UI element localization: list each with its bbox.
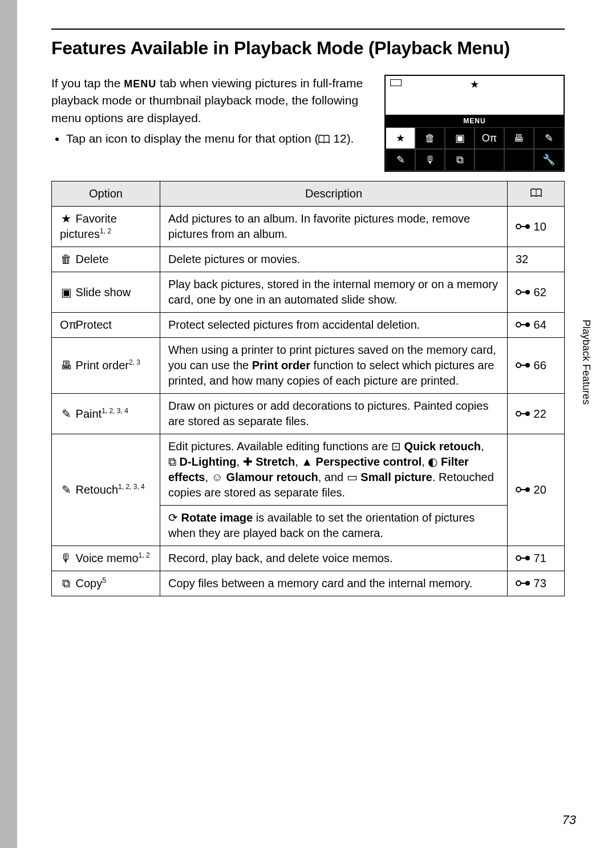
intro-part-1: If you tap the — [51, 76, 124, 90]
intro-text: If you tap the MENU tab when viewing pic… — [51, 75, 373, 172]
print-order-icon: 🖶 — [504, 127, 534, 149]
settings-icon: 🔧 — [534, 149, 564, 171]
svg-point-2 — [516, 224, 521, 229]
retouch-fn-icon: ⊡ — [391, 440, 401, 453]
svg-point-21 — [525, 556, 530, 560]
svg-point-14 — [516, 411, 521, 416]
option-cell: ▣ Slide show — [52, 272, 160, 313]
svg-point-8 — [516, 322, 521, 327]
svg-point-3 — [525, 224, 530, 229]
book-icon — [318, 131, 330, 148]
reference-link-icon — [516, 553, 530, 564]
reference-cell: 22 — [508, 394, 565, 434]
protect-icon: Oπ — [475, 127, 504, 149]
svg-point-9 — [525, 322, 530, 327]
retouch-fn-icon: ✚ — [243, 455, 253, 468]
favorite-icon: ★ — [386, 127, 415, 149]
page-title: Features Available in Playback Mode (Pla… — [51, 38, 565, 59]
intro-bullet: Tap an icon to display the menu for that… — [66, 130, 373, 148]
svg-point-18 — [525, 487, 530, 492]
option-cell: ✎ Retouch1, 2, 3, 4 — [52, 434, 160, 546]
table-row: 🎙 Voice memo1, 2Record, play back, and d… — [52, 546, 565, 571]
svg-point-17 — [516, 487, 521, 492]
reference-cell: 10 — [508, 207, 565, 247]
svg-point-12 — [525, 363, 530, 368]
header-reference — [508, 181, 565, 207]
option-icon: ★ — [60, 211, 72, 227]
option-icon: ▣ — [60, 285, 72, 300]
reference-link-icon — [516, 221, 530, 233]
svg-point-6 — [525, 290, 530, 294]
option-icon: ✎ — [60, 482, 72, 498]
retouch-fn-icon: ▭ — [347, 471, 358, 483]
header-option: Option — [52, 181, 160, 207]
bullet-text-b: 12). — [330, 132, 354, 145]
battery-icon — [390, 79, 402, 86]
slideshow-icon: ▣ — [445, 127, 475, 149]
preview-menu-bar: MENU — [386, 115, 564, 127]
retouch-fn-icon: ☺ — [212, 471, 223, 483]
preview-row-1: ★ 🗑 ▣ Oπ 🖶 ✎ — [386, 127, 564, 149]
header-description: Description — [160, 181, 508, 207]
option-icon: 🎙 — [60, 551, 72, 566]
menu-word: MENU — [124, 78, 156, 90]
reference-cell: 71 — [508, 546, 565, 571]
svg-point-5 — [516, 290, 521, 294]
option-icon: ✎ — [60, 406, 72, 422]
option-cell: 🗑 Delete — [52, 247, 160, 272]
retouch-fn-icon: ◐ — [428, 455, 437, 468]
section-side-label: Playback Features — [580, 320, 592, 405]
retouch-fn-icon: ▲ — [301, 455, 313, 468]
table-row: 🖶 Print order2, 3When using a printer to… — [52, 338, 565, 394]
description-cell: Record, play back, and delete voice memo… — [160, 546, 508, 571]
table-row: ▣ Slide showPlay back pictures, stored i… — [52, 272, 565, 313]
preview-row-2: ✎ 🎙 ⧉ 🔧 — [386, 149, 564, 171]
reference-cell: 64 — [508, 313, 565, 338]
svg-point-23 — [516, 581, 521, 585]
option-icon: Oπ — [60, 317, 72, 333]
book-icon — [530, 188, 542, 197]
voice-memo-icon: 🎙 — [415, 149, 445, 171]
reference-cell: 32 — [508, 247, 565, 272]
option-icon: 🗑 — [60, 252, 72, 267]
table-row: ★ Favoritepictures1, 2Add pictures to an… — [52, 207, 565, 247]
description-cell: Add pictures to an album. In favorite pi… — [160, 207, 508, 247]
retouch-icon: ✎ — [386, 149, 415, 171]
star-icon: ★ — [470, 78, 479, 91]
reference-cell: 66 — [508, 338, 565, 394]
option-cell: Oπ Protect — [52, 313, 160, 338]
svg-point-15 — [525, 411, 530, 416]
option-icon: ⧉ — [60, 576, 72, 591]
page-number: 73 — [562, 813, 576, 827]
svg-point-24 — [525, 581, 530, 585]
blank-cell — [475, 149, 504, 171]
option-cell: 🖶 Print order2, 3 — [52, 338, 160, 394]
manual-page: Features Available in Playback Mode (Pla… — [17, 0, 616, 848]
copy-icon: ⧉ — [445, 149, 475, 171]
reference-link-icon — [516, 409, 530, 420]
option-cell: ✎ Paint1, 2, 3, 4 — [52, 394, 160, 434]
top-rule — [51, 29, 565, 30]
table-row: ⧉ Copy5Copy files between a memory card … — [52, 571, 565, 596]
reference-cell: 20 — [508, 434, 565, 546]
reference-link-icon — [516, 320, 530, 331]
description-cell: When using a printer to print pictures s… — [160, 338, 508, 394]
description-cell: ⟳ Rotate image is available to set the o… — [160, 506, 508, 546]
reference-link-icon — [516, 360, 530, 371]
delete-icon: 🗑 — [415, 127, 445, 149]
intro-section: If you tap the MENU tab when viewing pic… — [51, 75, 565, 172]
table-row: ✎ Retouch1, 2, 3, 4Edit pictures. Availa… — [52, 434, 565, 506]
blank-cell — [504, 149, 534, 171]
description-cell: Edit pictures. Available editing functio… — [160, 434, 508, 506]
bullet-text-a: Tap an icon to display the menu for that… — [66, 132, 318, 145]
reference-link-icon — [516, 484, 530, 496]
description-cell: Protect selected pictures from accidenta… — [160, 313, 508, 338]
option-cell: ★ Favoritepictures1, 2 — [52, 207, 160, 247]
options-table: Option Description ★ Favoritepictures1, … — [51, 181, 565, 596]
reference-cell: 62 — [508, 272, 565, 313]
description-cell: Delete pictures or movies. — [160, 247, 508, 272]
svg-point-20 — [516, 556, 521, 560]
reference-link-icon — [516, 287, 530, 298]
table-row: Oπ ProtectProtect selected pictures from… — [52, 313, 565, 338]
table-row: 🗑 DeleteDelete pictures or movies.32 — [52, 247, 565, 272]
